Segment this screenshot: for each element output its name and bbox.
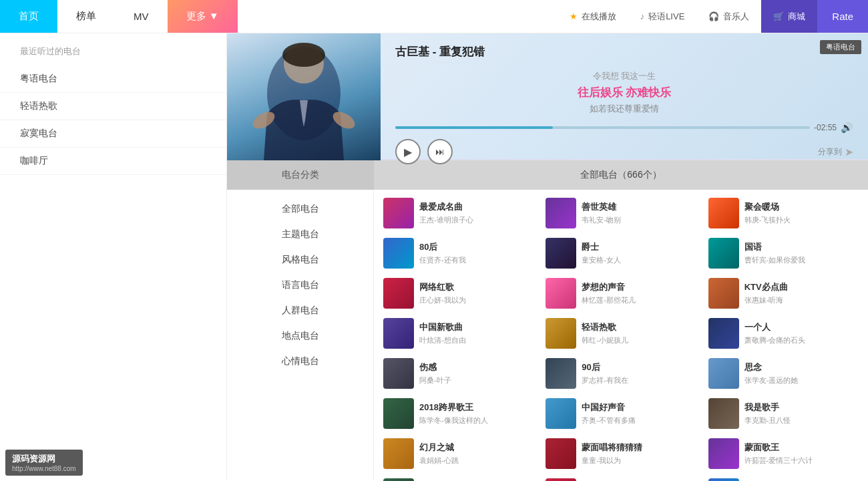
station-text: 中国新歌曲叶炫清-想自由 — [419, 321, 466, 345]
station-text: 一个人萧敬腾-会痛的石头 — [744, 321, 806, 345]
station-card[interactable]: 蒙面唱将猜猜猜童童-我以为 — [540, 434, 701, 473]
station-card[interactable]: 我是歌手李克勤-丑八怪 — [703, 394, 864, 433]
station-sub: 庄心妍-我以为 — [419, 295, 466, 305]
station-card[interactable]: 爵士童安格-女人 — [540, 234, 701, 273]
station-card[interactable]: 梦想的声音林忆莲-那些花儿 — [540, 274, 701, 313]
player-song-title: 古巨基 - 重复犯错 — [395, 44, 853, 59]
station-card[interactable]: 蒙面歌王许茹芸-爱情三十六计 — [703, 434, 864, 473]
category-style[interactable]: 风格电台 — [227, 247, 373, 273]
category-crowd[interactable]: 人群电台 — [227, 298, 373, 323]
station-card[interactable]: 思念张学友-遥远的她 — [703, 354, 864, 393]
category-theme[interactable]: 主题电台 — [227, 222, 373, 247]
station-card[interactable]: 中国新歌曲叶炫清-想自由 — [378, 314, 539, 353]
star-icon: ★ — [570, 11, 578, 21]
play-button[interactable]: ▶ — [395, 139, 421, 164]
station-card[interactable]: 2018跨界歌王陈学冬-像我这样的人 — [378, 394, 539, 433]
station-thumb — [708, 318, 739, 349]
station-thumb — [708, 478, 739, 481]
station-name: KTV必点曲 — [744, 281, 788, 293]
station-thumb — [708, 198, 739, 228]
category-mood[interactable]: 心情电台 — [227, 349, 373, 374]
station-sub: 韩庚-飞筷扑火 — [744, 215, 791, 225]
station-thumb — [546, 198, 576, 228]
nav-home[interactable]: 首页 — [0, 0, 57, 33]
top-nav: 首页 榜单 MV 更多 ▼ ★ 在线播放 ♪ 轻语LIVE 🎧 音乐人 🛒 商城… — [0, 0, 868, 33]
station-sub: 童童-我以为 — [582, 456, 642, 466]
station-sub: 萧敬腾-会痛的石头 — [744, 335, 806, 345]
station-name: 国语 — [744, 241, 806, 253]
station-card[interactable]: 国语曹轩宾-如果你爱我 — [703, 234, 864, 273]
station-sub: 韩红-小妮孩儿 — [582, 335, 628, 345]
station-name: 最爱成名曲 — [419, 201, 473, 213]
lyric-line-2-active: 往后娱乐 亦难快乐 — [395, 85, 853, 100]
station-card[interactable]: 学习苏打绿-背着你 — [378, 474, 539, 481]
station-text: 思念张学友-遥远的她 — [744, 361, 799, 385]
share-icon[interactable]: ➤ — [845, 146, 853, 158]
station-card[interactable]: 90后罗志祥-有我在 — [540, 354, 701, 393]
station-sub: 陈学冬-像我这样的人 — [419, 416, 488, 426]
progress-bar[interactable] — [395, 126, 810, 129]
station-card[interactable]: 轻语热歌韩红-小妮孩儿 — [540, 314, 701, 353]
section-header-all: 全部电台（666个） — [374, 160, 868, 190]
volume-icon[interactable]: 🔊 — [841, 122, 853, 134]
station-text: 90后罗志祥-有我在 — [582, 361, 628, 385]
cart-icon: 🛒 — [773, 11, 784, 21]
station-card[interactable]: 甜蜜魏晨-爱，有你才完整 — [540, 474, 701, 481]
nav-mv[interactable]: MV — [115, 0, 168, 33]
station-card[interactable]: 一个人萧敬腾-会痛的石头 — [703, 314, 864, 353]
station-card[interactable]: 网络红歌庄心妍-我以为 — [378, 274, 539, 313]
nav-online[interactable]: ★ 在线播放 — [558, 0, 628, 33]
sidebar-item-cantonese[interactable]: 粤语电台 — [0, 65, 226, 93]
station-thumb — [708, 358, 739, 389]
station-card[interactable]: 聚会暖场韩庚-飞筷扑火 — [703, 194, 864, 232]
station-card[interactable]: 最爱成名曲王杰-谁明浪子心 — [378, 194, 539, 232]
next-button[interactable]: ⏭ — [427, 139, 453, 164]
station-text: 我是歌手李克勤-丑八怪 — [744, 402, 791, 426]
sidebar-item-light[interactable]: 轻语热歌 — [0, 93, 226, 120]
station-thumb — [546, 278, 576, 309]
station-name: 中国新歌曲 — [419, 321, 466, 333]
station-sub: 张学友-遥远的她 — [744, 375, 799, 385]
svg-point-2 — [282, 43, 325, 67]
station-sub: 童安格-女人 — [582, 255, 621, 265]
station-name: 蒙面歌王 — [744, 442, 813, 454]
player-info: 古巨基 - 重复犯错 粤语电台 令我想 我这一生 往后娱乐 亦难快乐 如若我还尊… — [381, 33, 868, 159]
station-sub: 齐奥-不管有多痛 — [582, 416, 636, 426]
sidebar-item-cafe[interactable]: 咖啡厅 — [0, 148, 226, 175]
nav-charts[interactable]: 榜单 — [57, 0, 115, 33]
category-place[interactable]: 地点电台 — [227, 323, 373, 349]
station-name: 梦想的声音 — [582, 281, 636, 293]
section-headers: 电台分类 全部电台（666个） — [227, 160, 868, 190]
station-card[interactable]: 伤感阿桑-叶子 — [378, 354, 539, 393]
nav-more[interactable]: 更多 ▼ — [168, 0, 238, 33]
station-sub: 阿桑-叶子 — [419, 375, 451, 385]
station-sub: 罗志祥-有我在 — [582, 375, 628, 385]
artist-display — [227, 33, 381, 160]
category-language[interactable]: 语言电台 — [227, 273, 373, 298]
rate-tab[interactable]: Rate — [817, 0, 868, 33]
station-thumb — [383, 318, 414, 349]
station-card[interactable]: KTV必点曲张惠妹-听海 — [703, 274, 864, 313]
station-thumb — [383, 398, 414, 429]
station-thumb — [546, 358, 576, 389]
nav-musician[interactable]: 🎧 音乐人 — [696, 0, 761, 33]
nav-shop[interactable]: 🛒 商城 — [761, 0, 817, 33]
station-card[interactable]: 80后任贤齐-还有我 — [378, 234, 539, 273]
station-thumb — [383, 478, 414, 481]
station-name: 我是歌手 — [744, 402, 791, 414]
station-thumb — [383, 198, 414, 228]
station-thumb — [383, 358, 414, 389]
station-card[interactable]: 流行南拳妈妈-下雨天 — [703, 474, 864, 481]
player-station-badge[interactable]: 粤语电台 — [820, 40, 861, 54]
category-all[interactable]: 全部电台 — [227, 196, 373, 222]
station-name: 善世英雄 — [582, 201, 621, 213]
station-card[interactable]: 善世英雄韦礼安-吻别 — [540, 194, 701, 232]
player-banner: 古巨基 - 重复犯错 粤语电台 令我想 我这一生 往后娱乐 亦难快乐 如若我还尊… — [227, 33, 868, 160]
station-thumb — [546, 478, 576, 481]
station-card[interactable]: 中国好声音齐奥-不管有多痛 — [540, 394, 701, 433]
station-sub: 许茹芸-爱情三十六计 — [744, 456, 813, 466]
nav-live[interactable]: ♪ 轻语LIVE — [628, 0, 697, 33]
station-name: 蒙面唱将猜猜猜 — [582, 442, 642, 454]
station-card[interactable]: 幻月之城袁娟娟-心跳 — [378, 434, 539, 473]
sidebar-item-lonely[interactable]: 寂寞电台 — [0, 120, 226, 148]
